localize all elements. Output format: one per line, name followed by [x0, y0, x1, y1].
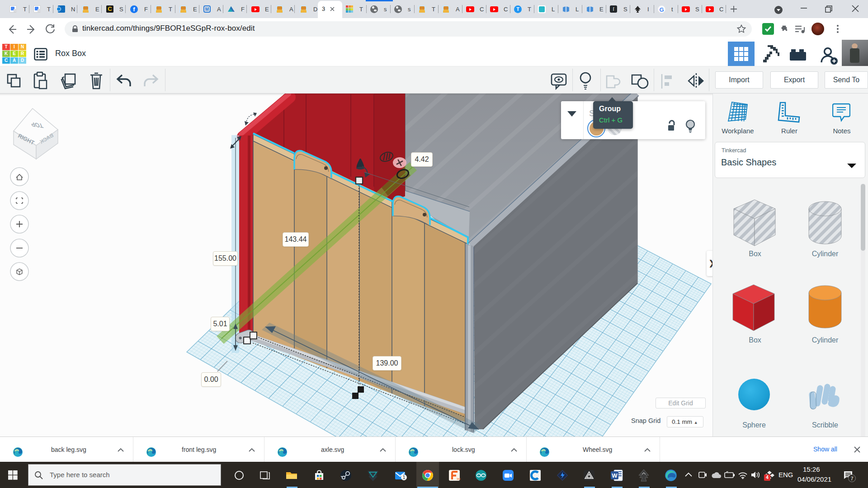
- svg-text:W: W: [612, 472, 618, 479]
- svg-text:360: 360: [457, 478, 461, 480]
